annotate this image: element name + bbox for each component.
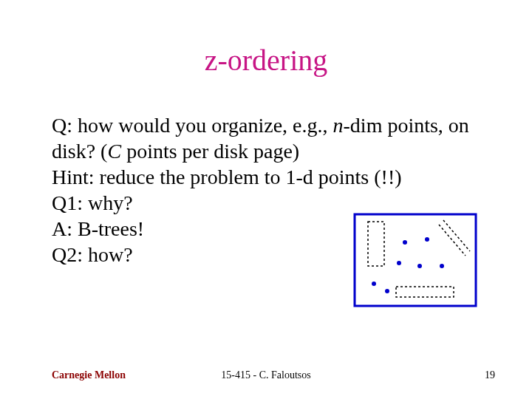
q-c: C — [107, 140, 121, 163]
q1-line: Q1: why? — [52, 190, 495, 216]
slide: z-ordering Q: how would you organize, e.… — [0, 0, 532, 399]
slide-title: z-ordering — [0, 43, 532, 78]
data-point — [417, 264, 422, 268]
diagram-box — [353, 213, 477, 307]
hint-line: Hint: reduce the problem to 1-d points (… — [52, 164, 495, 190]
data-point — [385, 289, 389, 293]
dashed-rect-vertical — [368, 222, 384, 266]
dashed-line-diagonal-1 — [439, 225, 466, 256]
dashed-rect-horizontal — [396, 287, 454, 297]
q-text-3: points per disk page) — [121, 140, 299, 163]
question-line: Q: how would you organize, e.g., n-dim p… — [52, 112, 495, 164]
data-point — [440, 264, 444, 268]
data-point — [403, 240, 407, 245]
data-point — [372, 282, 376, 286]
diagram-border — [355, 214, 476, 306]
footer-right: 19 — [485, 369, 495, 381]
footer-center: 15-415 - C. Faloutsos — [0, 369, 532, 381]
q-n: n — [333, 114, 344, 137]
data-point — [397, 261, 401, 265]
data-point — [425, 237, 429, 242]
dashed-line-diagonal-2 — [443, 220, 470, 251]
q-text-1: Q: how would you organize, e.g., — [52, 114, 333, 137]
